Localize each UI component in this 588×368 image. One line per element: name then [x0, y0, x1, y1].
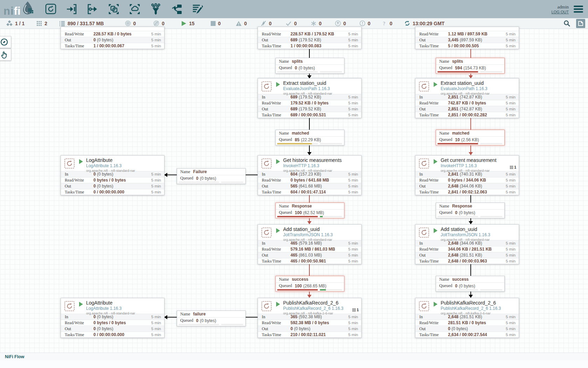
queued-count: 10 — [455, 137, 460, 142]
connection-arrow-icon — [307, 295, 312, 298]
stat-row: Tasks/Time2,634 / 00:00:27.5445 min — [415, 332, 519, 338]
processor-bundle: org.apache.nifi - nifi-kafka-2-6-nar — [283, 312, 343, 315]
processor-logattribute-2[interactable]: LogAttributeLogAttribute 1.16.3org.apach… — [61, 298, 164, 338]
connection-label-matched-mid[interactable]: NamematchedQueued85(22.29 KB) — [275, 130, 344, 145]
processor-add-station-uuid-2[interactable]: Add station_uuidJoltTransformJSON 1.16.3… — [415, 224, 519, 264]
output-port-toolbar-icon[interactable] — [86, 3, 99, 15]
flow-canvas[interactable]: Read/Write228.57 KB / 0 bytes5 minOut0 (… — [0, 29, 588, 360]
processor-title: PublishKafkaRecord_2_6 — [441, 300, 501, 305]
connection-queued-row: Queued0(0 bytes) — [276, 64, 344, 71]
stat-window: 5 min — [506, 178, 519, 182]
processor-toolbar-icon[interactable] — [44, 3, 57, 15]
stat-row: Out0 (0 bytes)5 min — [61, 37, 164, 43]
stat-label: Read/Write — [258, 320, 290, 326]
stat-row: Out689 (179.52 KB)5 min — [258, 37, 361, 43]
processor-extract-station-uuid-1[interactable]: Extract station_uuidEvaluateJsonPath 1.1… — [258, 78, 362, 118]
input-port-toolbar-icon[interactable] — [65, 3, 78, 15]
template-toolbar-icon[interactable] — [170, 3, 183, 15]
stat-label: Out — [415, 107, 448, 112]
breadcrumb-bar: NiFi Flow — [0, 353, 588, 360]
connection-label-success-right[interactable]: NamesuccessQueued0(0 bytes) — [436, 276, 505, 292]
processor-type-icon — [64, 158, 75, 170]
processor-get-current-measurement[interactable]: Get current measurementInvokeHTTP 1.16.3… — [415, 155, 519, 195]
status-active-threads: 2 — [36, 21, 47, 26]
processor-type: LogAttribute 1.16.3 — [86, 306, 135, 311]
backpressure-bars — [276, 71, 344, 73]
backpressure-bars — [177, 323, 245, 326]
component-toolbar — [44, 3, 204, 15]
processor-title: PublishKafkaRecord_2_6 — [283, 300, 343, 305]
status-invalid: 0 — [236, 21, 247, 26]
settings-button[interactable] — [576, 19, 585, 28]
connection-label-splits-right[interactable]: NamesplitsQueued594(154.73 KB) — [436, 58, 505, 74]
connection-label-matched-right[interactable]: NamematchedQueued10(2.56 KB) — [436, 130, 505, 145]
label-toolbar-icon[interactable] — [191, 3, 204, 15]
connection-name: splits — [452, 59, 463, 64]
connection-label-response-mid[interactable]: NameResponseQueued100(62.52 MB) — [275, 203, 344, 218]
process-group-toolbar-icon[interactable] — [107, 3, 120, 15]
stat-row: Read/Write344.06 KB / 281.51 KB5 min — [415, 246, 519, 252]
stat-row: Read/Write228.57 KB / 0 bytes5 min — [61, 31, 164, 37]
backpressure-bars — [276, 143, 344, 145]
current-user: admin — [551, 4, 569, 10]
processor-logattribute-1[interactable]: LogAttributeLogAttribute 1.16.3org.apach… — [61, 155, 164, 195]
connection-label-splits-mid[interactable]: NamesplitsQueued0(0 bytes) — [275, 58, 344, 74]
birdseye-button[interactable] — [0, 36, 11, 48]
processor-title: LogAttribute — [86, 300, 135, 305]
svg-text:?: ? — [383, 21, 385, 26]
stat-value: 579.16 MB / 861.03 MB — [290, 247, 348, 252]
run-status-icon — [276, 228, 280, 233]
processor-extract-station-uuid-2[interactable]: Extract station_uuidEvaluateJsonPath 1.1… — [415, 78, 519, 118]
funnel-toolbar-icon[interactable] — [149, 3, 162, 15]
refresh-icon[interactable] — [404, 20, 410, 26]
stat-row: Out465 (861.03 MB)5 min — [258, 252, 361, 258]
stat-value: 0 (0 bytes) — [93, 38, 151, 42]
status-refresh[interactable]: 13:00:29 GMT — [404, 20, 444, 26]
stat-window: 5 min — [151, 327, 164, 331]
processor-partial[interactable]: Read/Write1.12 MB / 897.59 KB5 minOut3,4… — [415, 27, 519, 49]
stat-window: 5 min — [506, 38, 519, 42]
processor-bundle: org.apache.nifi - nifi-standard-nar — [283, 92, 332, 95]
stat-row: Tasks/Time2,648 / 00:00:03.9635 min — [415, 258, 519, 264]
processor-publishkafkarecord-2[interactable]: PublishKafkaRecord_2_6PublishKafkaRecord… — [415, 298, 519, 338]
connection-label-success-mid[interactable]: NamesuccessQueued100(268.65 MB) — [275, 276, 344, 292]
processor-partial[interactable]: Read/Write228.57 KB / 0 bytes5 minOut0 (… — [61, 27, 164, 49]
processor-title: Extract station_uuid — [441, 81, 490, 86]
search-icon[interactable] — [564, 20, 570, 27]
processor-publishkafkarecord-1[interactable]: PublishKafkaRecord_2_6PublishKafkaRecord… — [258, 298, 362, 338]
stat-value: 2,841 / 00:02:12.063 — [448, 190, 506, 195]
connection-label-response-right[interactable]: NameResponseQueued0(0 bytes) — [436, 203, 505, 218]
queued-count: 0 — [196, 176, 198, 181]
stat-label: Tasks/Time — [61, 190, 93, 195]
connection-label-failure-2[interactable]: NamefailureQueued0(0 bytes) — [177, 311, 246, 326]
remote-process-group-toolbar-icon[interactable] — [128, 3, 141, 15]
queued-size: (22.29 KB) — [301, 137, 321, 142]
processor-add-station-uuid-1[interactable]: Add station_uuidJoltTransformJSON 1.16.3… — [258, 224, 362, 264]
stat-value: 2,648 (281.51 KB) — [448, 253, 506, 258]
stat-value: 604 (157.23 KB) — [290, 172, 348, 177]
breadcrumb-root[interactable]: NiFi Flow — [5, 354, 24, 359]
queued-size: (268.65 MB) — [303, 284, 326, 288]
processor-title: LogAttribute — [86, 158, 135, 163]
stat-label: Read/Write — [415, 320, 448, 326]
stat-window: 5 min — [348, 190, 361, 194]
logout-link[interactable]: LOG OUT — [551, 10, 569, 14]
stat-window: 5 min — [348, 178, 361, 182]
stat-label: Out — [415, 326, 448, 332]
backpressure-count-bar — [438, 143, 478, 144]
backpressure-count-bar — [438, 71, 478, 73]
processor-partial[interactable]: Read/Write228.57 KB / 179.52 KB5 minOut6… — [258, 27, 362, 49]
connection-name: success — [292, 277, 308, 282]
processor-bundle: org.apache.nifi - nifi-standard-nar — [86, 169, 135, 172]
processor-header: PublishKafkaRecord_2_6PublishKafkaRecord… — [258, 298, 361, 314]
processor-type-icon — [419, 81, 429, 93]
stat-row: Out2,648 (344.06 KB)5 min — [415, 183, 519, 189]
global-menu-icon[interactable] — [574, 4, 583, 14]
pan-hand-button[interactable] — [0, 49, 11, 61]
connection-name: matched — [292, 131, 309, 136]
up-to-date-icon — [286, 21, 292, 26]
processor-get-historic-measurements[interactable]: Get historic measurementsInvokeHTTP 1.16… — [258, 155, 362, 195]
connection-name-row: Namematched — [276, 130, 344, 136]
stat-value: 592.38 MB / 0 bytes — [290, 320, 348, 325]
connection-label-failure-1[interactable]: NameFailureQueued0(0 bytes) — [177, 168, 246, 184]
